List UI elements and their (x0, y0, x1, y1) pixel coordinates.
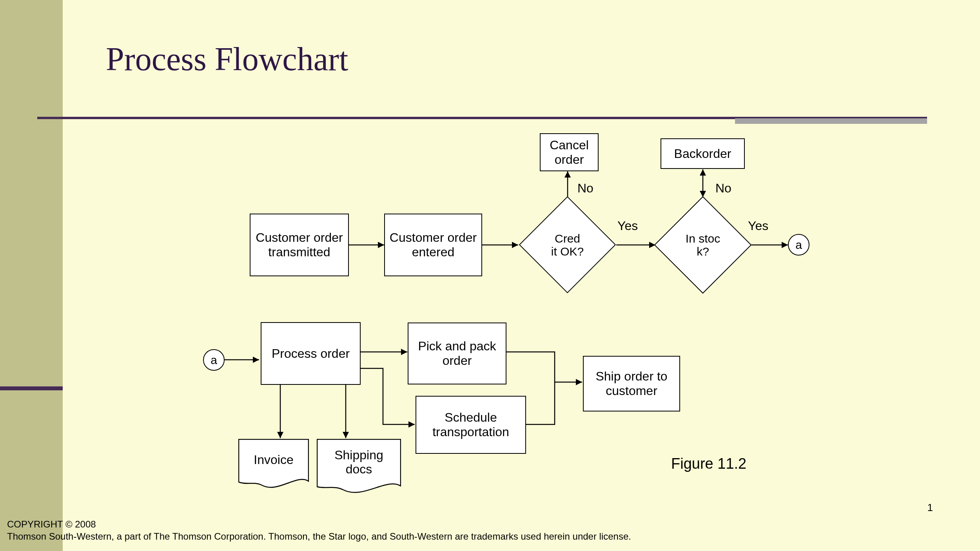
label-no-stock: No (715, 181, 731, 196)
connector-a-right: a (788, 234, 809, 256)
svg-marker-16 (401, 349, 407, 355)
node-credit-ok: Cred it OK? (533, 210, 602, 279)
svg-marker-5 (564, 171, 571, 178)
page-number: 1 (927, 502, 933, 514)
svg-marker-23 (343, 432, 349, 438)
node-pick-and-pack: Pick and pack order (408, 323, 506, 384)
copyright-line-1: COPYRIGHT © 2008 (7, 518, 631, 530)
node-customer-order-transmitted: Customer order transmitted (250, 214, 349, 276)
node-customer-order-entered: Customer order entered (384, 214, 482, 276)
connector-layer (0, 0, 980, 551)
figure-number: Figure 11.2 (671, 455, 746, 472)
node-schedule-transportation: Schedule transportation (416, 396, 526, 454)
svg-marker-12 (782, 242, 788, 248)
node-invoice: Invoice (238, 439, 309, 490)
label-yes-stock: Yes (748, 219, 768, 233)
copyright-footer: COPYRIGHT © 2008 Thomson South-Western, … (7, 518, 631, 542)
node-in-stock: In stoc k? (668, 210, 737, 279)
svg-marker-17 (408, 421, 415, 428)
svg-marker-9 (700, 169, 706, 176)
node-backorder: Backorder (661, 138, 745, 169)
label-yes-credit: Yes (617, 219, 638, 233)
svg-marker-21 (277, 432, 283, 438)
node-shipping-docs: Shipping docs (317, 439, 401, 496)
node-process-order: Process order (261, 322, 361, 385)
copyright-line-2: Thomson South-Western, a part of The Tho… (7, 530, 631, 542)
svg-marker-3 (512, 242, 518, 248)
svg-marker-1 (378, 242, 384, 248)
node-cancel-order: Cancel order (540, 133, 599, 171)
svg-marker-19 (576, 379, 582, 385)
svg-marker-14 (253, 357, 259, 363)
node-ship-order: Ship order to customer (583, 356, 680, 411)
label-no-credit: No (577, 181, 593, 196)
connector-a-left: a (203, 349, 225, 371)
flowchart: Customer order transmitted Customer orde… (0, 0, 980, 551)
